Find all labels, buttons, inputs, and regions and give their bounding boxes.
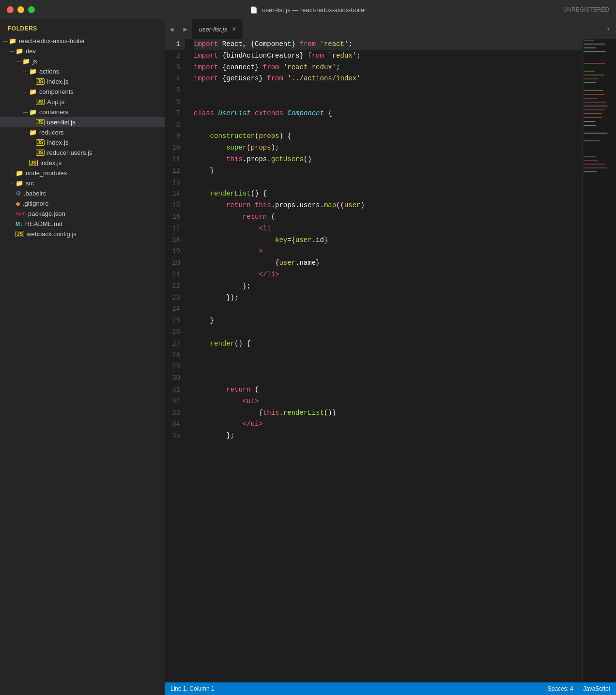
tree-label-dev: dev [26, 47, 36, 55]
tree-label-webpack: webpack.config.js [27, 230, 77, 238]
close-button[interactable] [7, 6, 14, 13]
folder-icon: 📁 [15, 47, 23, 55]
code-line: import {connect} from 'react-redux'; [194, 62, 582, 74]
code-line: renderList() { [194, 188, 582, 200]
code-line [194, 85, 582, 96]
code-line: key={user.id} [194, 235, 582, 246]
tree-label-containers: containers [39, 108, 68, 116]
line-number: 30 [165, 373, 185, 384]
line-number: 8 [165, 120, 185, 131]
tree-item-dev-index[interactable]: JSindex.js [0, 158, 165, 168]
line-number: 25 [165, 315, 185, 327]
title-bar: 📄 user-list.js — react-redux-axios-boile… [0, 0, 616, 19]
tree-item-containers-userlist[interactable]: JSuser-list.js [0, 117, 165, 127]
code-line [194, 96, 582, 108]
code-line: class UserList extends Component { [194, 108, 582, 120]
code-line: }; [194, 430, 582, 442]
line-number: 15 [165, 200, 185, 212]
editor-area: ◀ ▶ user-list.js ✕ ▾ 1234567891011121314… [165, 19, 616, 695]
code-line: <ul> [194, 396, 582, 408]
line-number: 3 [165, 62, 185, 74]
language-indicator: JavaScript [583, 685, 610, 692]
tree-item-gitignore[interactable]: ◆.gitignore [0, 198, 165, 209]
tree-arrow-containers: — [22, 109, 29, 115]
tree-label-components: components [39, 88, 74, 95]
sidebar: FOLDERS —📁react-redux-axios-boiler—📁dev—… [0, 19, 165, 695]
tree-label-reducers-users: reducer-users.js [47, 149, 92, 156]
gear-icon: ⚙ [15, 190, 21, 197]
tree-item-root[interactable]: —📁react-redux-axios-boiler [0, 36, 165, 46]
tree-label-actions-index: index.js [47, 78, 68, 85]
tree-arrow-dev: — [9, 48, 15, 54]
tree-item-containers[interactable]: —📁containers [0, 107, 165, 117]
tree-item-reducers-users[interactable]: JSreducer-users.js [0, 148, 165, 158]
tree-item-webpack[interactable]: JSwebpack.config.js [0, 229, 165, 239]
minimize-button[interactable] [17, 6, 24, 13]
code-line: </li> [194, 269, 582, 281]
tree-label-reducers-index: index.js [47, 139, 68, 146]
tree-item-reducers[interactable]: —📁reducers [0, 127, 165, 137]
tree-item-js[interactable]: —📁js [0, 56, 165, 66]
tab-nav-forward[interactable]: ▶ [178, 19, 192, 39]
maximize-button[interactable] [28, 6, 35, 13]
code-line: }; [194, 281, 582, 292]
tree-item-node_modules[interactable]: +📁node_modules [0, 168, 165, 178]
tab-close-button[interactable]: ✕ [231, 26, 236, 32]
line-number: 31 [165, 384, 185, 396]
tree-label-node_modules: node_modules [26, 169, 67, 177]
tab-label: user-list.js [199, 26, 227, 33]
file-tree: —📁react-redux-axios-boiler—📁dev—📁js—📁act… [0, 36, 165, 239]
line-number: 16 [165, 212, 185, 223]
line-number: 9 [165, 131, 185, 142]
line-number: 1 [165, 39, 185, 50]
line-number: 34 [165, 419, 185, 430]
tree-label-root: react-redux-axios-boiler [19, 37, 85, 45]
git-icon: ◆ [15, 200, 20, 207]
code-line: render() { [194, 338, 582, 350]
tree-arrow-reducers: — [22, 130, 29, 135]
code-line [194, 327, 582, 338]
registration-status: UNREGISTERED [563, 6, 609, 13]
line-numbers: 1234567891011121314151617181920212223242… [165, 39, 189, 682]
tree-label-readme: README.md [25, 220, 62, 227]
tree-item-src[interactable]: +📁src [0, 178, 165, 188]
line-number: 2 [165, 50, 185, 62]
js-file-icon: JS [36, 119, 45, 125]
tree-item-components[interactable]: —📁components [0, 87, 165, 97]
tree-arrow-components: — [22, 89, 29, 94]
folder-icon: 📁 [9, 37, 16, 45]
line-number: 17 [165, 223, 185, 235]
tree-item-actions-index[interactable]: JSindex.js [0, 76, 165, 87]
code-line: > [194, 246, 582, 257]
line-number: 19 [165, 246, 185, 257]
code-line: </ul> [194, 419, 582, 430]
tab-dropdown-button[interactable]: ▾ [601, 26, 616, 33]
tab-user-list[interactable]: user-list.js ✕ [192, 19, 243, 39]
line-number: 28 [165, 350, 185, 362]
line-number: 14 [165, 188, 185, 200]
code-content[interactable]: import React, {Component} from 'react'; … [189, 39, 582, 682]
tree-item-actions[interactable]: —📁actions [0, 66, 165, 76]
tree-item-readme[interactable]: M↓README.md [0, 219, 165, 229]
tree-item-components-app[interactable]: JSApp.js [0, 97, 165, 107]
line-number: 12 [165, 166, 185, 177]
line-number: 33 [165, 408, 185, 419]
tree-item-packagejson[interactable]: npmpackage.json [0, 209, 165, 219]
npm-icon: npm [15, 211, 26, 216]
code-editor[interactable]: 1234567891011121314151617181920212223242… [165, 39, 582, 682]
js-file-icon: JS [36, 150, 45, 156]
tree-item-reducers-index[interactable]: JSindex.js [0, 137, 165, 148]
tree-item-babelrc[interactable]: ⚙.babelrc [0, 188, 165, 198]
tree-item-dev[interactable]: —📁dev [0, 46, 165, 56]
tab-nav-back[interactable]: ◀ [165, 19, 178, 39]
js-file-icon: JS [29, 160, 38, 166]
code-line: return ( [194, 384, 582, 396]
tree-label-gitignore: .gitignore [23, 200, 48, 207]
line-number: 20 [165, 257, 185, 269]
code-line: }); [194, 292, 582, 304]
code-line: import {bindActionCreators} from 'redux'… [194, 50, 582, 62]
line-number: 7 [165, 108, 185, 120]
sidebar-header: FOLDERS [0, 19, 165, 36]
code-line: return this.props.users.map((user) [194, 200, 582, 212]
tree-label-reducers: reducers [39, 129, 64, 136]
